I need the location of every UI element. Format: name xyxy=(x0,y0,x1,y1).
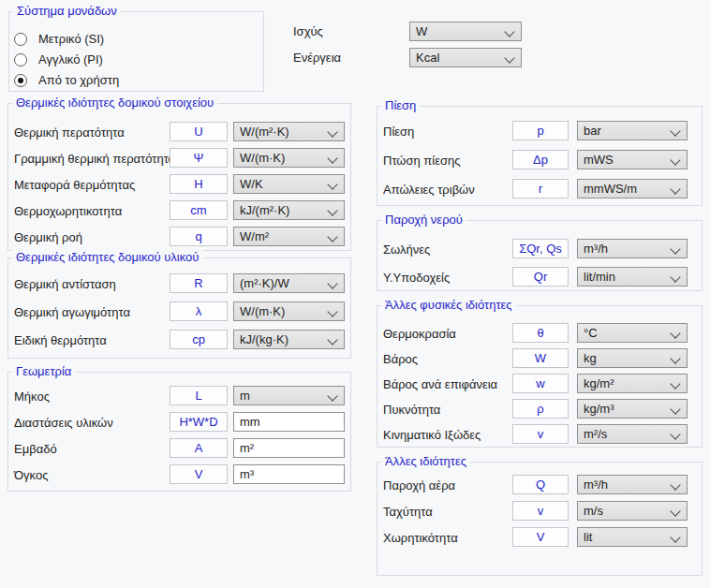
row-label: Βάρος xyxy=(383,351,418,365)
row-label: Μήκος xyxy=(14,389,50,403)
unit-dropdown[interactable]: kg/m² xyxy=(577,374,688,393)
symbol-field[interactable]: λ xyxy=(170,301,228,321)
unit-dropdown[interactable]: W/(m·K) xyxy=(233,301,345,321)
row-label: Διαστάσεις υλικών xyxy=(14,415,113,429)
group-thermal-material-properties: Θερμικές ιδιότητες δομικού υλικού Θερμικ… xyxy=(7,257,351,359)
unit-input[interactable]: m² xyxy=(233,438,345,458)
chevron-down-icon xyxy=(327,205,337,215)
symbol-field[interactable]: Δp xyxy=(512,150,569,169)
symbol-field[interactable]: H*W*D xyxy=(170,412,228,432)
unit-row: Πίεσηpbar xyxy=(377,121,702,140)
unit-input[interactable]: m³ xyxy=(233,464,345,484)
unit-dropdown[interactable]: W/K xyxy=(233,174,345,194)
radio-option[interactable]: Αγγλικό (PI) xyxy=(14,51,263,67)
symbol-field[interactable]: cp xyxy=(170,330,228,349)
symbol-field[interactable]: ρ xyxy=(512,399,569,419)
unit-dropdown[interactable]: m³/h xyxy=(577,239,688,258)
symbol-field[interactable]: W xyxy=(512,348,569,368)
symbol-field[interactable]: Ψ xyxy=(170,148,228,168)
chevron-down-icon xyxy=(670,125,680,136)
power-label: Ισχύς xyxy=(293,22,323,41)
unit-dropdown[interactable]: mmWS/m xyxy=(577,179,688,198)
chevron-down-icon xyxy=(327,306,337,316)
symbol-field[interactable]: A xyxy=(170,438,228,458)
radio-unselected-icon[interactable] xyxy=(14,33,27,46)
radio-option[interactable]: Μετρικό (SI) xyxy=(14,31,263,47)
row-label: Βάρος ανά επιφάνεια xyxy=(383,376,497,390)
symbol-field[interactable]: Qr xyxy=(512,267,569,287)
symbol-field[interactable]: cm xyxy=(170,200,228,220)
unit-row: Πτώση πίεσηςΔpmWS xyxy=(377,150,702,169)
symbol-field[interactable]: V xyxy=(170,464,228,484)
symbol-field[interactable]: θ xyxy=(512,323,569,343)
unit-dropdown[interactable]: kJ/(m²·K) xyxy=(233,200,345,220)
unit-value: lit/min xyxy=(584,270,615,284)
chevron-down-icon xyxy=(670,184,680,194)
symbol-field[interactable]: L xyxy=(170,386,228,405)
unit-value: mWS xyxy=(584,153,614,167)
unit-dropdown[interactable]: (m²·K)/W xyxy=(233,273,345,293)
unit-dropdown[interactable]: m²/s xyxy=(577,424,688,444)
row-label: Γραμμική θερμική περατότητα xyxy=(14,151,175,165)
unit-row: Θερμική περατότηταUW/(m²·K) xyxy=(8,122,350,141)
power-dropdown[interactable]: W xyxy=(409,22,522,41)
symbol-field[interactable]: r xyxy=(512,179,569,198)
symbol-field[interactable]: w xyxy=(512,374,569,393)
unit-dropdown[interactable]: W/(m·K) xyxy=(233,148,345,168)
symbol-field[interactable]: R xyxy=(170,273,228,293)
row-label: Παροχή αέρα xyxy=(383,478,455,492)
unit-dropdown[interactable]: lit/min xyxy=(577,267,688,287)
radio-option[interactable]: Από το χρήστη xyxy=(14,72,263,88)
chevron-down-icon xyxy=(504,52,514,63)
unit-dropdown[interactable]: W/m² xyxy=(233,227,345,246)
unit-value: m³/h xyxy=(584,478,608,492)
unit-dropdown[interactable]: kJ/(kg·K) xyxy=(233,330,345,349)
unit-dropdown[interactable]: lit xyxy=(577,527,688,547)
group-other-physical-properties: Άλλες φυσικές ιδιότητες Θερμοκρασίαθ°CΒά… xyxy=(377,305,703,448)
symbol-field[interactable]: p xyxy=(512,121,569,140)
unit-dropdown[interactable]: m/s xyxy=(577,501,688,521)
row-label: Μεταφορά θερμότητας xyxy=(14,177,135,191)
unit-value: m³ xyxy=(240,467,254,481)
chevron-down-icon xyxy=(670,272,680,282)
unit-dropdown[interactable]: kg/m³ xyxy=(577,399,688,419)
unit-dropdown[interactable]: m³/h xyxy=(577,475,688,494)
unit-dropdown[interactable]: kg xyxy=(577,348,688,368)
chevron-down-icon xyxy=(670,506,680,516)
radio-unselected-icon[interactable] xyxy=(14,53,27,66)
unit-value: W/(m²·K) xyxy=(240,125,289,139)
unit-row: Υ.ΥποδοχείςQrlit/min xyxy=(377,267,702,287)
unit-row: ΣωλήνεςΣQr, Qsm³/h xyxy=(377,239,702,258)
energy-dropdown[interactable]: Kcal xyxy=(409,48,522,67)
unit-value: m³/h xyxy=(584,242,608,256)
radio-selected-icon[interactable] xyxy=(14,74,27,87)
unit-input[interactable]: mm xyxy=(233,412,345,432)
unit-dropdown[interactable]: °C xyxy=(577,323,688,343)
row-label: Πτώση πίεσης xyxy=(383,153,461,167)
chevron-down-icon xyxy=(670,532,680,542)
group-water-supply: Παροχή νερού ΣωλήνεςΣQr, Qsm³/hΥ.Υποδοχε… xyxy=(377,220,703,291)
symbol-field[interactable]: ΣQr, Qs xyxy=(512,239,569,258)
row-label: Κινηματικό Ιξώδες xyxy=(383,427,481,441)
unit-dropdown[interactable]: W/(m²·K) xyxy=(233,122,345,141)
chevron-down-icon xyxy=(670,378,680,389)
symbol-field[interactable]: V xyxy=(512,527,569,547)
symbol-field[interactable]: v xyxy=(512,424,569,444)
symbol-field[interactable]: q xyxy=(170,227,228,246)
symbol-field[interactable]: Q xyxy=(512,475,569,494)
unit-value: W/(m·K) xyxy=(240,304,285,318)
chevron-down-icon xyxy=(670,243,680,254)
symbol-field[interactable]: H xyxy=(170,174,228,194)
unit-dropdown[interactable]: bar xyxy=(577,121,688,140)
chevron-down-icon xyxy=(327,231,337,242)
unit-dropdown[interactable]: mWS xyxy=(577,150,688,169)
chevron-down-icon xyxy=(327,153,337,163)
symbol-field[interactable]: v xyxy=(512,501,569,521)
unit-value: mm xyxy=(240,415,260,429)
unit-value: lit xyxy=(584,530,592,544)
unit-dropdown[interactable]: m xyxy=(233,386,345,405)
row-label: Θερμική ροή xyxy=(14,229,82,243)
symbol-field[interactable]: U xyxy=(170,122,228,141)
radio-label: Μετρικό (SI) xyxy=(38,32,104,46)
unit-value: kJ/(kg·K) xyxy=(240,332,288,346)
